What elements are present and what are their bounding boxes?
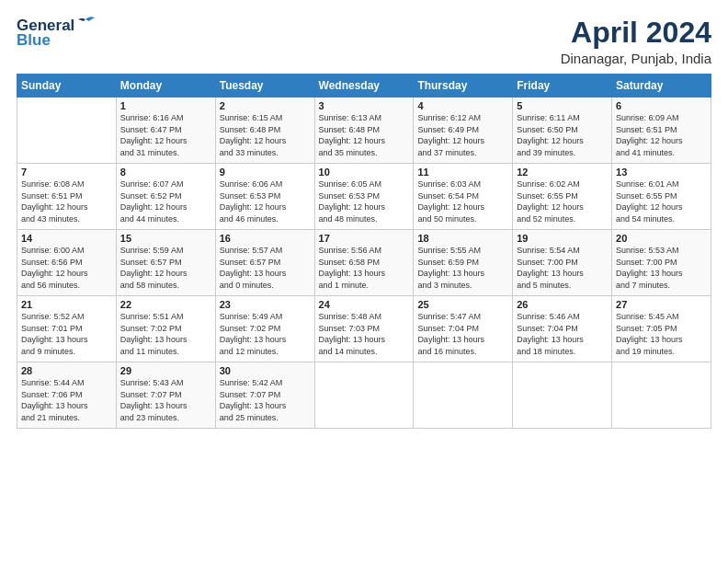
calendar-cell: 12Sunrise: 6:02 AM Sunset: 6:55 PM Dayli… — [513, 164, 612, 230]
col-monday: Monday — [116, 75, 215, 98]
calendar-cell: 17Sunrise: 5:56 AM Sunset: 6:58 PM Dayli… — [314, 230, 414, 296]
calendar-cell: 24Sunrise: 5:48 AM Sunset: 7:03 PM Dayli… — [314, 296, 414, 362]
day-info: Sunrise: 5:49 AM Sunset: 7:02 PM Dayligh… — [220, 311, 311, 357]
day-number: 27 — [616, 299, 707, 310]
day-number: 22 — [120, 299, 211, 310]
title-block: April 2024 Dinanagar, Punjab, India — [561, 17, 711, 66]
calendar-cell: 22Sunrise: 5:51 AM Sunset: 7:02 PM Dayli… — [116, 296, 215, 362]
calendar-cell: 5Sunrise: 6:11 AM Sunset: 6:50 PM Daylig… — [513, 98, 612, 164]
calendar-cell: 30Sunrise: 5:42 AM Sunset: 7:07 PM Dayli… — [215, 362, 314, 429]
day-number: 12 — [517, 167, 608, 178]
calendar-cell — [17, 98, 117, 164]
day-number: 4 — [417, 100, 508, 111]
day-number: 21 — [21, 299, 112, 310]
day-info: Sunrise: 6:13 AM Sunset: 6:48 PM Dayligh… — [319, 112, 410, 158]
calendar-cell: 18Sunrise: 5:55 AM Sunset: 6:59 PM Dayli… — [414, 230, 513, 296]
day-number: 29 — [120, 365, 211, 376]
calendar-cell: 8Sunrise: 6:07 AM Sunset: 6:52 PM Daylig… — [116, 164, 215, 230]
day-info: Sunrise: 5:46 AM Sunset: 7:04 PM Dayligh… — [517, 311, 608, 357]
calendar-cell: 1Sunrise: 6:16 AM Sunset: 6:47 PM Daylig… — [116, 98, 215, 164]
calendar-cell: 6Sunrise: 6:09 AM Sunset: 6:51 PM Daylig… — [612, 98, 711, 164]
calendar-cell: 28Sunrise: 5:44 AM Sunset: 7:06 PM Dayli… — [17, 362, 117, 429]
day-info: Sunrise: 6:11 AM Sunset: 6:50 PM Dayligh… — [517, 112, 608, 158]
col-wednesday: Wednesday — [314, 75, 414, 98]
calendar-cell — [513, 362, 612, 429]
day-info: Sunrise: 5:44 AM Sunset: 7:06 PM Dayligh… — [21, 377, 112, 423]
col-saturday: Saturday — [612, 75, 711, 98]
day-number: 13 — [616, 167, 707, 178]
calendar-cell: 14Sunrise: 6:00 AM Sunset: 6:56 PM Dayli… — [17, 230, 117, 296]
day-number: 14 — [21, 233, 112, 244]
calendar-week-row: 28Sunrise: 5:44 AM Sunset: 7:06 PM Dayli… — [17, 362, 711, 429]
day-info: Sunrise: 5:52 AM Sunset: 7:01 PM Dayligh… — [21, 311, 112, 357]
calendar-cell: 10Sunrise: 6:05 AM Sunset: 6:53 PM Dayli… — [314, 164, 414, 230]
col-sunday: Sunday — [17, 75, 117, 98]
day-info: Sunrise: 6:05 AM Sunset: 6:53 PM Dayligh… — [319, 178, 410, 224]
logo: General Blue — [17, 17, 97, 50]
calendar-week-row: 7Sunrise: 6:08 AM Sunset: 6:51 PM Daylig… — [17, 164, 711, 230]
day-number: 20 — [616, 233, 707, 244]
calendar-cell: 23Sunrise: 5:49 AM Sunset: 7:02 PM Dayli… — [215, 296, 314, 362]
calendar-cell — [314, 362, 414, 429]
calendar-cell: 21Sunrise: 5:52 AM Sunset: 7:01 PM Dayli… — [17, 296, 117, 362]
calendar-cell: 9Sunrise: 6:06 AM Sunset: 6:53 PM Daylig… — [215, 164, 314, 230]
day-info: Sunrise: 6:06 AM Sunset: 6:53 PM Dayligh… — [220, 178, 311, 224]
calendar-cell: 2Sunrise: 6:15 AM Sunset: 6:48 PM Daylig… — [215, 98, 314, 164]
day-info: Sunrise: 6:12 AM Sunset: 6:49 PM Dayligh… — [417, 112, 508, 158]
logo-bird-icon — [76, 16, 97, 30]
day-info: Sunrise: 5:57 AM Sunset: 6:57 PM Dayligh… — [220, 245, 311, 291]
calendar-cell: 15Sunrise: 5:59 AM Sunset: 6:57 PM Dayli… — [116, 230, 215, 296]
calendar-cell: 25Sunrise: 5:47 AM Sunset: 7:04 PM Dayli… — [414, 296, 513, 362]
day-info: Sunrise: 5:55 AM Sunset: 6:59 PM Dayligh… — [417, 245, 508, 291]
day-number: 9 — [220, 167, 311, 178]
day-info: Sunrise: 5:59 AM Sunset: 6:57 PM Dayligh… — [120, 245, 211, 291]
day-info: Sunrise: 6:02 AM Sunset: 6:55 PM Dayligh… — [517, 178, 608, 224]
day-number: 10 — [319, 167, 410, 178]
day-info: Sunrise: 5:43 AM Sunset: 7:07 PM Dayligh… — [120, 377, 211, 423]
day-number: 26 — [517, 299, 608, 310]
day-info: Sunrise: 6:09 AM Sunset: 6:51 PM Dayligh… — [616, 112, 707, 158]
day-info: Sunrise: 5:51 AM Sunset: 7:02 PM Dayligh… — [120, 311, 211, 357]
calendar-cell: 7Sunrise: 6:08 AM Sunset: 6:51 PM Daylig… — [17, 164, 117, 230]
day-number: 3 — [319, 100, 410, 111]
header: General Blue April 2024 Dinanagar, Punja… — [17, 17, 711, 66]
calendar-cell: 3Sunrise: 6:13 AM Sunset: 6:48 PM Daylig… — [314, 98, 414, 164]
calendar-week-row: 1Sunrise: 6:16 AM Sunset: 6:47 PM Daylig… — [17, 98, 711, 164]
calendar-cell: 29Sunrise: 5:43 AM Sunset: 7:07 PM Dayli… — [116, 362, 215, 429]
calendar-header-row: Sunday Monday Tuesday Wednesday Thursday… — [17, 75, 711, 98]
day-number: 6 — [616, 100, 707, 111]
day-number: 30 — [220, 365, 311, 376]
day-number: 16 — [220, 233, 311, 244]
day-number: 5 — [517, 100, 608, 111]
day-info: Sunrise: 5:42 AM Sunset: 7:07 PM Dayligh… — [220, 377, 311, 423]
day-info: Sunrise: 6:16 AM Sunset: 6:47 PM Dayligh… — [120, 112, 211, 158]
day-number: 11 — [417, 167, 508, 178]
page: General Blue April 2024 Dinanagar, Punja… — [0, 0, 728, 563]
day-number: 17 — [319, 233, 410, 244]
day-info: Sunrise: 5:56 AM Sunset: 6:58 PM Dayligh… — [319, 245, 410, 291]
calendar-cell — [612, 362, 711, 429]
col-thursday: Thursday — [414, 75, 513, 98]
calendar-cell: 16Sunrise: 5:57 AM Sunset: 6:57 PM Dayli… — [215, 230, 314, 296]
col-tuesday: Tuesday — [215, 75, 314, 98]
day-info: Sunrise: 5:45 AM Sunset: 7:05 PM Dayligh… — [616, 311, 707, 357]
subtitle: Dinanagar, Punjab, India — [561, 51, 711, 66]
calendar-cell: 26Sunrise: 5:46 AM Sunset: 7:04 PM Dayli… — [513, 296, 612, 362]
calendar-cell: 27Sunrise: 5:45 AM Sunset: 7:05 PM Dayli… — [612, 296, 711, 362]
calendar-table: Sunday Monday Tuesday Wednesday Thursday… — [17, 74, 711, 429]
day-info: Sunrise: 5:53 AM Sunset: 7:00 PM Dayligh… — [616, 245, 707, 291]
col-friday: Friday — [513, 75, 612, 98]
calendar-cell: 20Sunrise: 5:53 AM Sunset: 7:00 PM Dayli… — [612, 230, 711, 296]
day-info: Sunrise: 6:15 AM Sunset: 6:48 PM Dayligh… — [220, 112, 311, 158]
calendar-cell: 13Sunrise: 6:01 AM Sunset: 6:55 PM Dayli… — [612, 164, 711, 230]
day-number: 19 — [517, 233, 608, 244]
logo-blue: Blue — [17, 31, 51, 50]
calendar-cell — [414, 362, 513, 429]
calendar-week-row: 14Sunrise: 6:00 AM Sunset: 6:56 PM Dayli… — [17, 230, 711, 296]
day-number: 15 — [120, 233, 211, 244]
calendar-cell: 19Sunrise: 5:54 AM Sunset: 7:00 PM Dayli… — [513, 230, 612, 296]
day-number: 7 — [21, 167, 112, 178]
day-info: Sunrise: 5:54 AM Sunset: 7:00 PM Dayligh… — [517, 245, 608, 291]
day-info: Sunrise: 5:47 AM Sunset: 7:04 PM Dayligh… — [417, 311, 508, 357]
day-number: 25 — [417, 299, 508, 310]
